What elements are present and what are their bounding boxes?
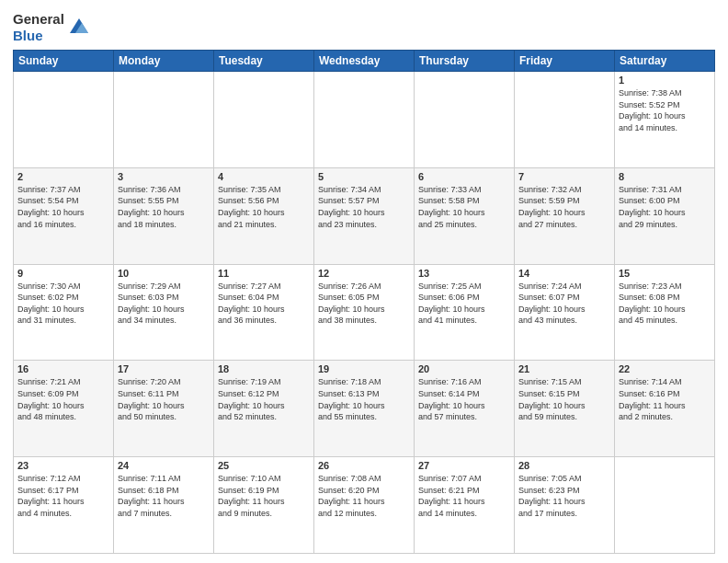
day-number: 28: [518, 460, 610, 471]
calendar-cell: 26Sunrise: 7:08 AM Sunset: 6:20 PM Dayli…: [314, 457, 415, 554]
day-number: 22: [619, 363, 711, 374]
calendar-cell: 15Sunrise: 7:23 AM Sunset: 6:08 PM Dayli…: [615, 264, 715, 361]
calendar-week-row: 2Sunrise: 7:37 AM Sunset: 5:54 PM Daylig…: [14, 167, 715, 264]
calendar-cell: [415, 72, 515, 168]
day-number: 27: [418, 460, 510, 471]
calendar-cell: 20Sunrise: 7:16 AM Sunset: 6:14 PM Dayli…: [415, 361, 515, 457]
col-tuesday: Tuesday: [214, 51, 314, 72]
day-number: 10: [118, 268, 210, 279]
logo-area: General Blue: [13, 11, 88, 44]
calendar-cell: 12Sunrise: 7:26 AM Sunset: 6:05 PM Dayli…: [314, 264, 415, 361]
day-info: Sunrise: 7:11 AM Sunset: 6:18 PM Dayligh…: [118, 473, 210, 519]
day-info: Sunrise: 7:15 AM Sunset: 6:15 PM Dayligh…: [518, 376, 610, 422]
day-info: Sunrise: 7:36 AM Sunset: 5:55 PM Dayligh…: [118, 184, 210, 230]
col-wednesday: Wednesday: [314, 51, 415, 72]
day-number: 12: [318, 268, 410, 279]
calendar-cell: [314, 72, 415, 168]
day-number: 25: [218, 460, 310, 471]
calendar-cell: 21Sunrise: 7:15 AM Sunset: 6:15 PM Dayli…: [515, 361, 615, 457]
day-info: Sunrise: 7:30 AM Sunset: 6:02 PM Dayligh…: [17, 281, 109, 327]
calendar-cell: 1Sunrise: 7:38 AM Sunset: 5:52 PM Daylig…: [615, 72, 715, 168]
day-info: Sunrise: 7:18 AM Sunset: 6:13 PM Dayligh…: [318, 376, 410, 422]
day-number: 9: [17, 268, 109, 279]
day-number: 8: [619, 171, 711, 182]
day-info: Sunrise: 7:24 AM Sunset: 6:07 PM Dayligh…: [518, 281, 610, 327]
day-number: 15: [619, 268, 711, 279]
day-info: Sunrise: 7:07 AM Sunset: 6:21 PM Dayligh…: [418, 473, 510, 519]
col-monday: Monday: [114, 51, 214, 72]
day-info: Sunrise: 7:16 AM Sunset: 6:14 PM Dayligh…: [418, 376, 510, 422]
col-sunday: Sunday: [14, 51, 114, 72]
calendar-cell: 22Sunrise: 7:14 AM Sunset: 6:16 PM Dayli…: [615, 361, 715, 457]
day-number: 17: [118, 363, 210, 374]
logo: General Blue: [13, 11, 88, 44]
calendar-cell: [14, 72, 114, 168]
day-info: Sunrise: 7:23 AM Sunset: 6:08 PM Dayligh…: [619, 281, 711, 327]
logo-general: General: [13, 11, 64, 28]
day-info: Sunrise: 7:10 AM Sunset: 6:19 PM Dayligh…: [218, 473, 310, 519]
day-number: 13: [418, 268, 510, 279]
day-number: 5: [318, 171, 410, 182]
calendar-header-row: Sunday Monday Tuesday Wednesday Thursday…: [14, 51, 715, 72]
calendar-week-row: 16Sunrise: 7:21 AM Sunset: 6:09 PM Dayli…: [14, 361, 715, 457]
day-info: Sunrise: 7:27 AM Sunset: 6:04 PM Dayligh…: [218, 281, 310, 327]
logo-blue: Blue: [13, 28, 64, 44]
calendar-cell: 23Sunrise: 7:12 AM Sunset: 6:17 PM Dayli…: [14, 457, 114, 554]
day-info: Sunrise: 7:34 AM Sunset: 5:57 PM Dayligh…: [318, 184, 410, 230]
calendar-cell: 7Sunrise: 7:32 AM Sunset: 5:59 PM Daylig…: [515, 167, 615, 264]
day-number: 26: [318, 460, 410, 471]
calendar-cell: 10Sunrise: 7:29 AM Sunset: 6:03 PM Dayli…: [114, 264, 214, 361]
day-number: 2: [17, 171, 109, 182]
day-info: Sunrise: 7:05 AM Sunset: 6:23 PM Dayligh…: [518, 473, 610, 519]
day-number: 20: [418, 363, 510, 374]
calendar-cell: 3Sunrise: 7:36 AM Sunset: 5:55 PM Daylig…: [114, 167, 214, 264]
day-info: Sunrise: 7:08 AM Sunset: 6:20 PM Dayligh…: [318, 473, 410, 519]
page: General Blue Sunday Monday Tuesday Wedne…: [0, 0, 728, 563]
day-number: 6: [418, 171, 510, 182]
day-number: 11: [218, 268, 310, 279]
day-number: 1: [619, 75, 711, 86]
day-number: 3: [118, 171, 210, 182]
day-number: 14: [518, 268, 610, 279]
col-saturday: Saturday: [615, 51, 715, 72]
calendar-cell: 4Sunrise: 7:35 AM Sunset: 5:56 PM Daylig…: [214, 167, 314, 264]
day-info: Sunrise: 7:12 AM Sunset: 6:17 PM Dayligh…: [17, 473, 109, 519]
day-info: Sunrise: 7:35 AM Sunset: 5:56 PM Dayligh…: [218, 184, 310, 230]
calendar-cell: 8Sunrise: 7:31 AM Sunset: 6:00 PM Daylig…: [615, 167, 715, 264]
day-info: Sunrise: 7:31 AM Sunset: 6:00 PM Dayligh…: [619, 184, 711, 230]
calendar-cell: [114, 72, 214, 168]
day-info: Sunrise: 7:19 AM Sunset: 6:12 PM Dayligh…: [218, 376, 310, 422]
col-thursday: Thursday: [415, 51, 515, 72]
day-number: 24: [118, 460, 210, 471]
day-info: Sunrise: 7:29 AM Sunset: 6:03 PM Dayligh…: [118, 281, 210, 327]
day-number: 19: [318, 363, 410, 374]
calendar-cell: [214, 72, 314, 168]
calendar-week-row: 23Sunrise: 7:12 AM Sunset: 6:17 PM Dayli…: [14, 457, 715, 554]
calendar-table: Sunday Monday Tuesday Wednesday Thursday…: [13, 50, 715, 554]
calendar-cell: [515, 72, 615, 168]
calendar-week-row: 9Sunrise: 7:30 AM Sunset: 6:02 PM Daylig…: [14, 264, 715, 361]
logo-icon: [68, 15, 88, 40]
col-friday: Friday: [515, 51, 615, 72]
day-info: Sunrise: 7:21 AM Sunset: 6:09 PM Dayligh…: [17, 376, 109, 422]
calendar-cell: 13Sunrise: 7:25 AM Sunset: 6:06 PM Dayli…: [415, 264, 515, 361]
calendar-cell: [615, 457, 715, 554]
day-info: Sunrise: 7:25 AM Sunset: 6:06 PM Dayligh…: [418, 281, 510, 327]
calendar-cell: 6Sunrise: 7:33 AM Sunset: 5:58 PM Daylig…: [415, 167, 515, 264]
calendar-cell: 27Sunrise: 7:07 AM Sunset: 6:21 PM Dayli…: [415, 457, 515, 554]
day-number: 21: [518, 363, 610, 374]
day-number: 18: [218, 363, 310, 374]
calendar-cell: 9Sunrise: 7:30 AM Sunset: 6:02 PM Daylig…: [14, 264, 114, 361]
day-info: Sunrise: 7:26 AM Sunset: 6:05 PM Dayligh…: [318, 281, 410, 327]
calendar-cell: 16Sunrise: 7:21 AM Sunset: 6:09 PM Dayli…: [14, 361, 114, 457]
calendar-cell: 11Sunrise: 7:27 AM Sunset: 6:04 PM Dayli…: [214, 264, 314, 361]
day-number: 23: [17, 460, 109, 471]
calendar-cell: 28Sunrise: 7:05 AM Sunset: 6:23 PM Dayli…: [515, 457, 615, 554]
day-info: Sunrise: 7:14 AM Sunset: 6:16 PM Dayligh…: [619, 376, 711, 422]
day-number: 7: [518, 171, 610, 182]
calendar-cell: 5Sunrise: 7:34 AM Sunset: 5:57 PM Daylig…: [314, 167, 415, 264]
calendar-cell: 14Sunrise: 7:24 AM Sunset: 6:07 PM Dayli…: [515, 264, 615, 361]
day-number: 16: [17, 363, 109, 374]
day-info: Sunrise: 7:38 AM Sunset: 5:52 PM Dayligh…: [619, 87, 711, 133]
calendar-cell: 25Sunrise: 7:10 AM Sunset: 6:19 PM Dayli…: [214, 457, 314, 554]
